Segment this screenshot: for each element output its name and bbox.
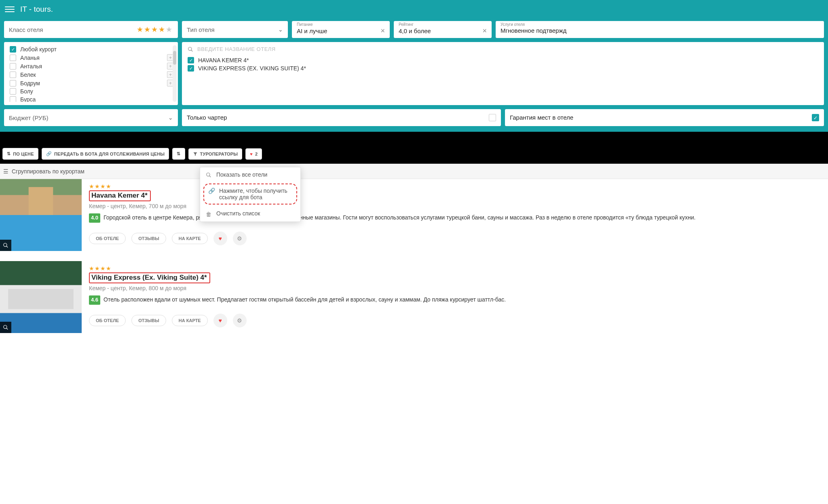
resort-item-any[interactable]: Любой курорт (10, 45, 174, 53)
resort-item[interactable]: Бодрум + (10, 79, 174, 87)
checkbox-icon[interactable] (188, 65, 194, 72)
search-icon (188, 46, 193, 52)
reviews-button[interactable]: ОТЗЫВЫ (131, 315, 166, 326)
heart-icon: ♥ (250, 152, 253, 156)
sort-toggle-button[interactable]: ⇅ (172, 148, 185, 160)
list-icon: ☰ (3, 168, 8, 175)
checkbox-icon[interactable] (188, 57, 194, 63)
hotel-search-box: ВВЕДИТЕ НАЗВАНИЕ ОТЕЛЯ HAVANA KEMER 4*VI… (182, 42, 824, 105)
resort-item[interactable]: Аланья + (10, 53, 174, 62)
hotel-chip-label: HAVANA KEMER 4* (198, 57, 249, 63)
magnify-icon[interactable] (0, 322, 11, 333)
filter-services[interactable]: Услуги отеля Мгновенное подтвержд (496, 21, 824, 38)
selected-hotel-chip[interactable]: VIKING EXPRESS (EX. VIKING SUITE) 4* (188, 65, 818, 72)
filter-budget[interactable]: Бюджет (РУБ) ⌄ (4, 109, 178, 126)
filter-hotel-type[interactable]: Тип отеля ⌄ (182, 21, 288, 38)
tour-operators-button[interactable]: ТУРОПЕРАТОРЫ (188, 148, 243, 160)
svg-point-2 (207, 173, 210, 176)
filter-label: Тип отеля (187, 26, 215, 33)
group-by-bar[interactable]: ☰ Сгруппировать по курортам (0, 164, 828, 179)
results-list: Показать все отели 🔗 Нажмите, чтобы полу… (0, 179, 828, 343)
svg-line-1 (191, 50, 193, 51)
hotel-description: Отель расположен вдали от шумных мест. П… (104, 295, 506, 304)
on-map-button[interactable]: НА КАРТЕ (172, 315, 208, 326)
filter-hotel-class[interactable]: Класс отеля ★★★★★ (4, 21, 178, 38)
menu-icon[interactable] (5, 4, 15, 14)
on-map-button[interactable]: НА КАРТЕ (172, 233, 208, 244)
magnify-icon[interactable] (0, 240, 11, 251)
filter-small-label: Рейтинг (399, 23, 414, 27)
dropdown-show-all[interactable]: Показать все отели (200, 167, 300, 182)
resort-label: Белек (20, 72, 36, 78)
svg-rect-12 (0, 313, 82, 333)
svg-rect-6 (0, 215, 82, 251)
resort-label: Болу (20, 88, 33, 95)
checkbox-icon[interactable] (10, 96, 16, 102)
checkbox-icon[interactable] (812, 114, 819, 121)
checkbox-icon[interactable] (489, 114, 496, 121)
about-button[interactable]: ОБ ОТЕЛЕ (89, 233, 126, 244)
resort-item[interactable]: Анталья + (10, 62, 174, 70)
svg-point-8 (4, 243, 7, 247)
reviews-button[interactable]: ОТЗЫВЫ (131, 233, 166, 244)
dropdown-label: Нажмите, чтобы получить ссылку для бота (219, 188, 292, 200)
hotel-name[interactable]: Viking Express (Ex. Viking Suite) 4* (89, 272, 210, 283)
close-icon[interactable]: × (482, 27, 487, 35)
dropdown-clear-list[interactable]: 🗑 Очистить список (200, 206, 300, 221)
dropdown-label: Показать все отели (216, 171, 296, 178)
sort-by-price-button[interactable]: ⇅ ПО ЦЕНЕ (2, 148, 38, 160)
settings-button[interactable]: ⚙ (233, 232, 247, 245)
about-button[interactable]: ОБ ОТЕЛЕ (89, 315, 126, 326)
chevron-down-icon: ⌄ (168, 114, 173, 121)
checkbox-icon[interactable] (10, 46, 16, 53)
checkbox-icon[interactable] (10, 63, 16, 70)
svg-rect-10 (0, 261, 82, 289)
resorts-filter: Любой курорт Аланья + Анталья + (4, 42, 178, 105)
send-to-bot-button[interactable]: 🔗 ПЕРЕДАТЬ В БОТА ДЛЯ ОТСЛЕЖИВАНИЯ ЦЕНЫ (42, 148, 169, 160)
scrollbar-thumb[interactable] (173, 51, 176, 65)
settings-button[interactable]: ⚙ (233, 314, 247, 327)
favorites-dropdown: Показать все отели 🔗 Нажмите, чтобы полу… (200, 167, 301, 222)
button-label: ПО ЦЕНЕ (13, 152, 34, 156)
svg-line-3 (209, 176, 211, 177)
selected-hotel-chip[interactable]: HAVANA KEMER 4* (188, 57, 818, 63)
link-icon: 🔗 (46, 151, 52, 156)
dropdown-get-bot-link[interactable]: 🔗 Нажмите, чтобы получить ссылку для бот… (203, 183, 297, 205)
filter-guarantee[interactable]: Гарантия мест в отеле (505, 109, 824, 126)
rating-badge: 4.6 (89, 295, 100, 305)
hotel-name[interactable]: Havana Kemer 4* (89, 190, 151, 201)
filter-value: AI и лучше (297, 27, 327, 35)
hotel-card: ★★★★Viking Express (Ex. Viking Suite) 4*… (0, 261, 828, 343)
favorite-button[interactable]: ♥ (213, 314, 227, 327)
resort-item[interactable]: Белек + (10, 70, 174, 79)
hotel-search-input[interactable]: ВВЕДИТЕ НАЗВАНИЕ ОТЕЛЯ (188, 46, 818, 52)
checkbox-icon[interactable] (10, 55, 16, 61)
filter-rating[interactable]: Рейтинг 4,0 и более × (394, 21, 492, 38)
filter-icon (193, 152, 198, 156)
checkbox-icon[interactable] (10, 88, 16, 95)
checkbox-icon[interactable] (10, 80, 16, 86)
hotel-thumbnail[interactable] (0, 261, 82, 333)
filter-small-label: Питание (297, 23, 313, 27)
resort-label: Аланья (20, 55, 40, 61)
filter-food[interactable]: Питание AI и лучше × (292, 21, 390, 38)
filter-label: Класс отеля (9, 26, 43, 33)
checkbox-icon[interactable] (10, 72, 16, 78)
link-icon: 🔗 (208, 188, 215, 194)
search-placeholder: ВВЕДИТЕ НАЗВАНИЕ ОТЕЛЯ (197, 46, 276, 52)
scrollbar[interactable] (173, 45, 177, 102)
filter-charter[interactable]: Только чартер (182, 109, 501, 126)
hotel-card: ★★★★Havana Kemer 4*Кемер - центр, Кемер,… (0, 179, 828, 261)
app-title: IT - tours. (20, 5, 53, 14)
resort-item[interactable]: Бурса + (10, 95, 174, 102)
favorite-button[interactable]: ♥ (213, 232, 227, 245)
favorites-count: 2 (255, 152, 258, 156)
chevron-down-icon: ⌄ (278, 26, 283, 33)
close-icon[interactable]: × (380, 27, 385, 35)
svg-point-14 (4, 325, 7, 329)
resort-item[interactable]: Болу + (10, 87, 174, 95)
favorites-button[interactable]: ♥ 2 (245, 148, 262, 160)
hotel-thumbnail[interactable] (0, 179, 82, 251)
hotel-location: Кемер - центр, Кемер, 800 м до моря (89, 285, 828, 291)
svg-line-15 (6, 328, 8, 330)
